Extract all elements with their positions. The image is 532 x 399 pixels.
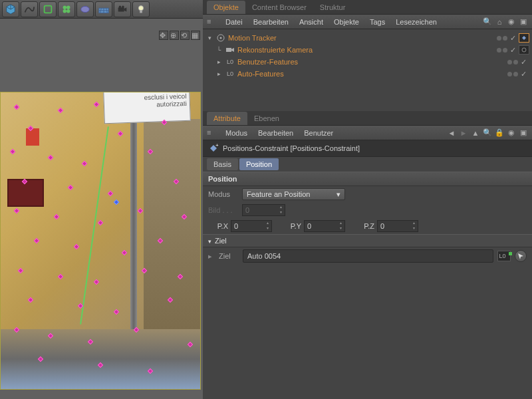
svg-point-25 — [522, 48, 526, 52]
vp-rotate-icon[interactable]: ⟲ — [180, 31, 190, 40]
ziel-field[interactable]: Auto 0054 — [243, 249, 493, 263]
menu-modus[interactable]: Modus — [220, 129, 253, 137]
tag-constraint[interactable] — [519, 33, 529, 43]
tab-content-browser[interactable]: Content Browser — [245, 1, 313, 14]
menu-tags[interactable]: Tags — [364, 18, 390, 26]
bild-input[interactable]: 0 ▴▾ — [242, 204, 285, 216]
svg-rect-20 — [140, 10, 142, 13]
home-icon[interactable]: ⌂ — [495, 17, 504, 27]
tree-toggle[interactable]: ▸ — [215, 59, 223, 65]
vp-switch-icon[interactable]: ▦ — [191, 31, 200, 40]
section-ziel[interactable]: ▾Ziel — [203, 234, 532, 247]
objects-tab-bar: Objekte Content Browser Struktur — [203, 0, 532, 15]
maximize-icon[interactable]: ▣ — [519, 128, 528, 138]
maximize-icon[interactable]: ▣ — [519, 17, 528, 27]
spline-tool[interactable] — [21, 1, 38, 17]
search-icon[interactable]: 🔍 — [483, 17, 492, 27]
constraint-icon: + — [208, 143, 219, 154]
cube-tool[interactable] — [2, 1, 19, 17]
sub-tab-basis[interactable]: Basis — [207, 158, 238, 170]
viewport-nav-icons: ✥ ⊕ ⟲ ▦ — [159, 31, 200, 40]
eye-icon[interactable]: ◉ — [507, 17, 516, 27]
py-input[interactable]: 0▴▾ — [304, 220, 345, 232]
tab-attribute[interactable]: Attribute — [207, 112, 247, 125]
camera-icon — [225, 45, 235, 55]
svg-marker-16 — [124, 7, 127, 11]
svg-point-5 — [63, 5, 66, 9]
menu-lesezeichen[interactable]: Lesezeichen — [390, 18, 442, 26]
menu-bearbeiten-attr[interactable]: Bearbeiten — [253, 129, 299, 137]
tree-leaf: └ — [215, 47, 223, 53]
tab-ebenen[interactable]: Ebenen — [247, 112, 286, 125]
svg-rect-15 — [118, 7, 124, 11]
svg-rect-23 — [226, 48, 231, 52]
vp-zoom-icon[interactable]: ⊕ — [170, 31, 179, 40]
tree-row-user-features[interactable]: ▸ L0 Benutzer-Features ✓ — [203, 56, 532, 68]
sub-tab-position[interactable]: Position — [239, 158, 279, 170]
tree-toggle[interactable]: ▸ — [215, 70, 223, 77]
row-modus: Modus Feature an Position▾ — [203, 186, 532, 202]
svg-text:+: + — [215, 143, 219, 148]
lock-icon[interactable]: 🔒 — [495, 128, 504, 138]
svg-point-22 — [220, 37, 222, 39]
chevron-right-icon[interactable]: ▸ — [208, 252, 215, 261]
objects-menu: ≡ Datei Bearbeiten Ansicht Objekte Tags … — [203, 15, 532, 29]
null-icon: L0 — [225, 57, 235, 66]
attr-sub-tabs: Basis Position — [203, 157, 532, 172]
menu-datei[interactable]: Datei — [220, 18, 248, 26]
tree-toggle[interactable]: ▾ — [205, 35, 213, 41]
row-ziel: ▸ Ziel Auto 0054 L0 — [203, 247, 532, 265]
tracker-icon — [215, 33, 226, 43]
pz-input[interactable]: 0▴▾ — [377, 220, 418, 232]
floor-tool[interactable] — [95, 1, 112, 17]
ziel-pick-button[interactable] — [515, 250, 527, 262]
menu-benutzer[interactable]: Benutzer — [299, 129, 338, 137]
light-tool[interactable] — [132, 1, 150, 17]
generator-tool[interactable] — [58, 1, 75, 17]
modus-dropdown[interactable]: Feature an Position▾ — [242, 188, 345, 200]
viewport-footage[interactable]: esclusi i veicol autorizzati — [0, 92, 201, 390]
attr-header: + Positions-Constraint [Positions-Constr… — [203, 140, 532, 157]
attribute-panel: Attribute Ebenen ≡ Modus Bearbeiten Benu… — [203, 111, 532, 399]
nav-up-icon[interactable]: ▲ — [471, 128, 480, 138]
attr-menu: ≡ Modus Bearbeiten Benutzer ◄ ► ▲ 🔍 🔒 ◉ … — [203, 126, 532, 140]
px-input[interactable]: 0▴▾ — [231, 220, 272, 232]
menu-ansicht[interactable]: Ansicht — [294, 18, 329, 26]
menu-bearbeiten[interactable]: Bearbeiten — [248, 18, 294, 26]
ziel-type-badge: L0 — [497, 251, 511, 261]
right-panel: Objekte Content Browser Struktur ≡ Datei… — [203, 0, 532, 399]
object-tree: ▾ Motion Tracker ✓ └ Rekonstruierte Kame… — [203, 29, 532, 82]
svg-point-8 — [66, 9, 70, 13]
deformer-tool[interactable] — [39, 1, 57, 17]
sign-text: esclusi i veicol autorizzati — [103, 92, 191, 124]
nav-back-icon[interactable]: ◄ — [447, 128, 456, 138]
svg-marker-24 — [231, 48, 234, 52]
nav-fwd-icon[interactable]: ► — [459, 128, 468, 138]
new-icon[interactable]: ◉ — [507, 128, 516, 138]
tag-camera[interactable] — [519, 45, 529, 55]
row-bild: Bild . . . 0 ▴▾ — [203, 202, 532, 218]
svg-point-9 — [81, 6, 90, 12]
svg-rect-4 — [45, 5, 52, 13]
tree-row-camera[interactable]: └ Rekonstruierte Kamera ✓ — [203, 44, 532, 56]
svg-point-17 — [119, 5, 122, 8]
svg-point-7 — [63, 9, 66, 13]
vp-move-icon[interactable]: ✥ — [159, 31, 168, 40]
chevron-down-icon: ▾ — [336, 190, 340, 199]
menu-objekte[interactable]: Objekte — [329, 18, 364, 26]
tree-row-auto-features[interactable]: ▸ L0 Auto-Features ✓ — [203, 68, 532, 80]
main-toolbar — [0, 0, 203, 19]
svg-point-18 — [122, 5, 124, 8]
tab-struktur[interactable]: Struktur — [313, 1, 352, 14]
search-icon[interactable]: 🔍 — [483, 128, 492, 138]
row-xyz: P.X 0▴▾ P.Y 0▴▾ P.Z 0▴▾ — [203, 218, 532, 234]
attr-tab-bar: Attribute Ebenen — [203, 111, 532, 126]
section-position: Position — [203, 172, 532, 186]
boolean-tool[interactable] — [76, 1, 94, 17]
viewport[interactable]: ✥ ⊕ ⟲ ▦ esclusi i veicol autorizzati — [0, 19, 203, 399]
camera-tool[interactable] — [114, 1, 131, 17]
svg-point-6 — [66, 5, 70, 9]
tree-row-motion-tracker[interactable]: ▾ Motion Tracker ✓ — [203, 32, 532, 44]
tab-objekte[interactable]: Objekte — [207, 1, 245, 14]
svg-point-19 — [138, 5, 143, 10]
